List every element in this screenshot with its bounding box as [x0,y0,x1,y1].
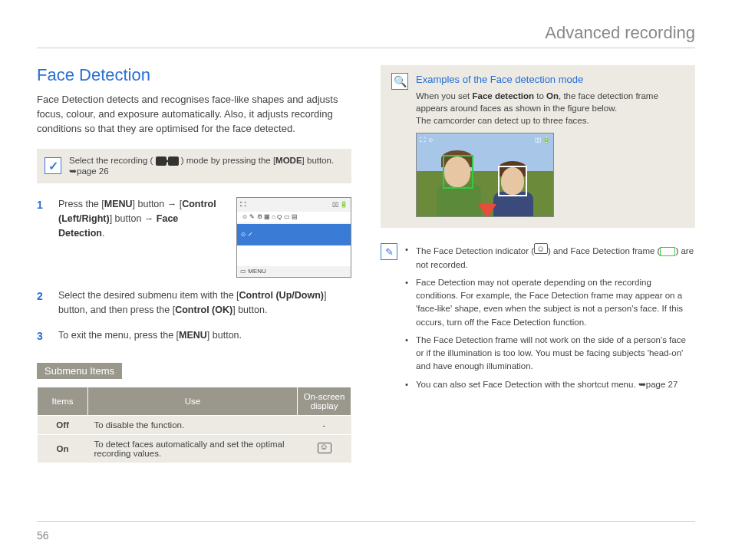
menu-screenshot: ⛶ ▯▯ 🔋 ☺ ✎ ⚙ ▦ ⌂ Q ▭ ▤ ☺ ✓ ▭ MENU [236,197,351,278]
submenu-table: Items Use On-screen display Off To disab… [37,387,351,463]
s3c: ] button. [207,330,242,341]
s2d: Control (OK) [175,305,232,315]
note-post: ) mode by pressing the [ [181,156,275,165]
note-pre: Select the recording ( [69,156,153,165]
face-detection-osd-icon [318,443,331,453]
s1e: ] button → [110,213,157,224]
page-number: 56 [37,529,49,542]
red-arrow-icon [478,204,496,217]
exl1a: When you set [416,91,473,100]
face-detection-frame-icon [660,247,675,256]
example-title: Examples of the Face detection mode [416,73,684,87]
osd-left: ⛶ ☺ [420,136,434,144]
example-box: 🔍 Examples of the Face detection mode Wh… [381,65,695,228]
cell-on: On [38,434,88,463]
table-row: Off To disable the function. - [38,415,351,434]
tips-block: ✎ The Face Detection indicator () and Fa… [381,243,695,396]
t1a: The Face Detection indicator ( [416,246,534,255]
steps-list: 1 Press the [MENU] button → [Control (Le… [37,197,351,344]
intro-text: Face Detection detects and recognises fa… [37,93,351,137]
left-column: Face Detection Face Detection detects an… [37,65,351,463]
check-icon: ✓ [45,157,61,174]
tip-4: You can also set Face Detection with the… [405,378,695,391]
example-line2: The camcorder can detect up to three fac… [416,114,684,127]
face-rect-white [498,166,527,196]
step-1-number: 1 [37,197,49,278]
s3b: MENU [179,330,207,341]
step-2-number: 2 [37,288,49,318]
osd-right: ▯▯ 🔋 [535,136,550,144]
example-photo: ⛶ ☺ ▯▯ 🔋 [416,133,554,217]
header-rule [37,48,695,48]
mode-note-box: ✓ Select the recording ( ) mode by press… [37,149,351,184]
exl1c: to [534,91,546,100]
th-use: Use [88,387,298,415]
cell-off-osd: - [298,415,351,434]
s1b: MENU [104,199,133,209]
tip-2: Face Detection may not operate depending… [405,276,695,329]
s2b: Control (Up/Down) [239,290,324,301]
s2e: ] button. [232,305,267,315]
mode-note-text: Select the recording ( ) mode by pressin… [69,155,344,178]
cell-on-osd [298,434,351,463]
exl1d: On [546,91,559,100]
cell-on-use: To detect faces automatically and set th… [88,434,298,463]
exl1b: Face detection [473,91,535,100]
cell-off-use: To disable the function. [88,415,298,434]
table-row: On To detect faces automatically and set… [38,434,351,463]
face-rect-green [443,155,473,189]
s3a: To exit the menu, press the [ [58,330,179,341]
section-heading: Face Detection [37,65,351,85]
pencil-note-icon: ✎ [381,243,397,260]
s2a: Select the desired submenu item with the… [58,290,239,301]
face-detection-indicator-icon [534,243,548,254]
step-3-number: 3 [37,328,49,344]
step-2-text: Select the desired submenu item with the… [58,288,351,318]
s1c: ] button → [ [133,199,183,209]
example-line1: When you set Face detection to On, the f… [416,90,684,114]
cell-off: Off [38,415,88,434]
tip-1: The Face Detection indicator () and Face… [405,243,695,272]
tip-3: The Face Detection frame will not work o… [405,334,695,374]
step-3-text: To exit the menu, press the [MENU] butto… [58,328,351,344]
t1b: ) and Face Detection frame ( [548,246,660,255]
page-header-title: Advanced recording [37,23,695,43]
note-mode: MODE [275,156,302,165]
right-column: 🔍 Examples of the Face detection mode Wh… [381,65,695,463]
s1g: . [102,228,104,239]
th-osd: On-screen display [298,387,351,415]
th-items: Items [38,387,88,415]
magnifier-icon: 🔍 [391,73,408,90]
s1a: Press the [ [58,199,104,209]
step-1-text: Press the [MENU] button → [Control (Left… [58,197,224,240]
video-photo-mode-icon [156,156,179,166]
footer-rule [37,521,695,522]
submenu-heading: Submenu Items [37,363,122,379]
